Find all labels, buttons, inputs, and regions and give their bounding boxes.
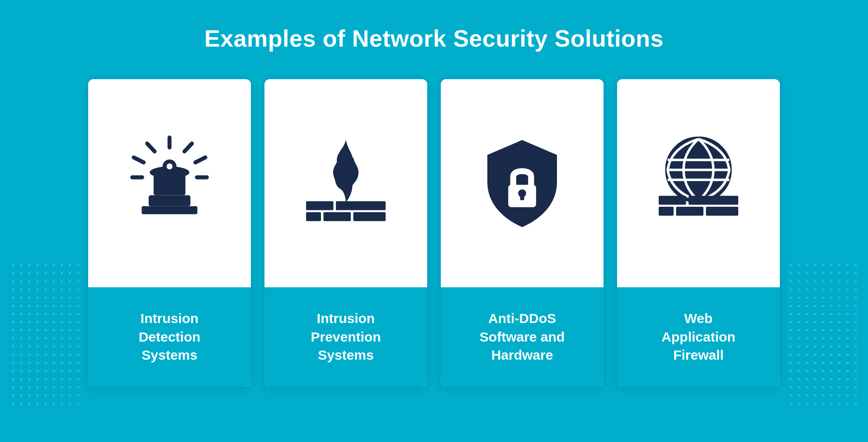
card-waf-label-area: WebApplicationFirewall	[617, 287, 780, 387]
card-ddos-icon-area	[441, 79, 604, 287]
svg-rect-13	[306, 201, 334, 210]
card-ddos-label: Anti-DDoSSoftware andHardware	[480, 309, 565, 365]
card-waf: WebApplicationFirewall	[617, 79, 780, 387]
title-section: Examples of Network Security Solutions	[0, 0, 868, 70]
globe-firewall-icon	[649, 133, 748, 234]
card-ids-icon-area	[88, 79, 251, 287]
svg-point-8	[166, 163, 172, 169]
card-ids-label: IntrusionDetectionSystems	[139, 309, 201, 365]
svg-rect-28	[689, 196, 738, 205]
svg-rect-30	[676, 207, 704, 216]
svg-rect-31	[706, 207, 739, 216]
svg-line-3	[147, 143, 155, 152]
page-title: Examples of Network Security Solutions	[0, 25, 868, 52]
svg-rect-15	[306, 212, 321, 221]
card-ddos: Anti-DDoSSoftware andHardware	[441, 79, 604, 387]
svg-rect-14	[336, 201, 386, 210]
svg-rect-20	[520, 193, 524, 200]
svg-rect-29	[659, 207, 674, 216]
card-ddos-label-area: Anti-DDoSSoftware andHardware	[441, 287, 604, 387]
card-waf-icon-area	[617, 79, 780, 287]
alarm-siren-icon	[120, 133, 219, 234]
svg-rect-16	[324, 212, 351, 221]
svg-rect-6	[154, 171, 185, 195]
cards-container: IntrusionDetectionSystems	[0, 79, 868, 387]
card-waf-label: WebApplicationFirewall	[661, 309, 735, 365]
card-ips: IntrusionPreventionSystems	[264, 79, 427, 387]
svg-line-4	[134, 157, 144, 162]
page-background: Examples of Network Security Solutions	[0, 0, 868, 442]
card-ips-icon-area	[264, 79, 427, 287]
svg-rect-9	[149, 195, 190, 206]
svg-rect-10	[142, 206, 197, 214]
svg-line-2	[195, 157, 205, 162]
card-ips-label: IntrusionPreventionSystems	[311, 309, 381, 365]
shield-lock-icon	[472, 133, 572, 234]
dots-left-decoration	[9, 261, 81, 406]
firewall-flame-icon	[296, 133, 396, 234]
svg-rect-27	[659, 196, 686, 205]
dots-right-decoration	[787, 261, 859, 406]
svg-rect-17	[354, 212, 386, 221]
card-ids: IntrusionDetectionSystems	[88, 79, 251, 387]
svg-line-1	[184, 143, 192, 152]
card-ips-label-area: IntrusionPreventionSystems	[264, 287, 427, 387]
card-ids-label-area: IntrusionDetectionSystems	[88, 287, 251, 387]
